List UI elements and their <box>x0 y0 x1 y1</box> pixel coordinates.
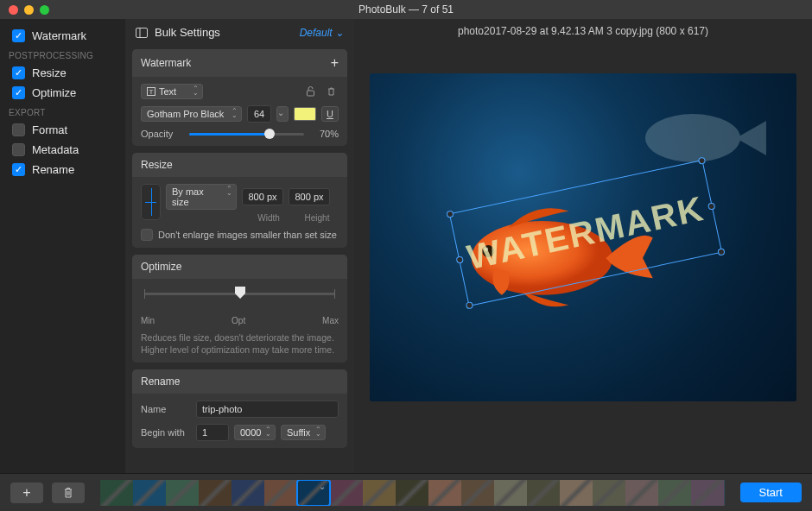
thumbnail[interactable] <box>166 480 199 506</box>
underline-button[interactable]: U <box>321 106 339 122</box>
rename-panel: Rename Name trip-photo Begin with 1 0000… <box>132 369 347 448</box>
checkbox-off-icon[interactable] <box>12 123 25 136</box>
opt-opt-label: Opt <box>232 316 245 325</box>
sidebar-item-label: Optimize <box>32 86 76 99</box>
thumbnail[interactable] <box>494 480 527 506</box>
maximize-window-icon[interactable] <box>40 5 49 15</box>
height-label: Height <box>295 213 339 223</box>
thumbnail[interactable] <box>100 480 133 506</box>
thumbnail[interactable] <box>232 480 264 506</box>
thumbnail[interactable] <box>428 480 461 506</box>
panel-title: Rename <box>141 375 180 388</box>
start-button[interactable]: Start <box>740 483 802 502</box>
resize-width-input[interactable]: 800 px <box>242 188 283 205</box>
sidebar-item-label: Resize <box>32 66 67 79</box>
resize-mode-select[interactable]: By max size <box>166 184 237 210</box>
panels-icon <box>136 28 148 38</box>
sidebar-item-watermark[interactable]: ✓ Watermark <box>0 26 125 46</box>
checkbox-on-icon[interactable]: ✓ <box>12 86 25 99</box>
rename-begin-input[interactable]: 1 <box>196 424 229 441</box>
thumbnail[interactable] <box>133 480 166 506</box>
opt-min-label: Min <box>141 316 155 325</box>
panel-title: Resize <box>141 159 173 171</box>
rename-name-input[interactable]: trip-photo <box>196 401 339 418</box>
color-swatch[interactable] <box>294 107 316 121</box>
thumbnail[interactable] <box>527 480 560 506</box>
sidebar-item-resize[interactable]: ✓ Resize <box>0 63 125 83</box>
resize-height-input[interactable]: 800 px <box>289 188 330 205</box>
sidebar-item-label: Metadata <box>32 143 79 156</box>
rename-digits-select[interactable]: 0000 <box>234 425 276 440</box>
preview-area: photo2017-08-29 at 9.42.13 AM 3 copy.jpg… <box>354 19 812 473</box>
watermark-text: WATERMARK <box>464 189 708 277</box>
dont-enlarge-label: Don't enlarge images smaller than set si… <box>158 230 337 240</box>
settings-header: Bulk Settings <box>155 26 220 39</box>
resize-panel: Resize By max size 800 px 800 px <box>132 153 347 248</box>
checkbox-off-icon[interactable] <box>12 143 25 156</box>
text-type-icon: T <box>147 87 155 96</box>
checkbox-on-icon[interactable]: ✓ <box>12 66 25 79</box>
thumbnail[interactable] <box>461 480 494 506</box>
preset-dropdown[interactable]: Default ⌄ <box>300 27 344 39</box>
close-window-icon[interactable] <box>9 5 18 15</box>
thumbnail[interactable] <box>593 480 625 506</box>
thumbnail[interactable] <box>625 480 658 506</box>
sidebar-item-label: Watermark <box>32 29 86 42</box>
plus-icon: + <box>22 485 30 501</box>
sidebar-category: POSTPROCESSING <box>0 46 125 63</box>
font-size-input[interactable]: 64 <box>247 105 271 123</box>
sidebar-item-rename[interactable]: ✓ Rename <box>0 160 125 180</box>
svg-text:T: T <box>149 88 154 96</box>
watermark-panel: Watermark + T Text <box>132 49 347 146</box>
thumbnail[interactable] <box>658 480 691 506</box>
thumbnail[interactable] <box>691 480 724 506</box>
thumbnail[interactable] <box>363 480 396 506</box>
thumbnail[interactable] <box>724 480 725 506</box>
font-size-stepper[interactable] <box>276 106 289 122</box>
font-select[interactable]: Gotham Pro Black <box>141 106 242 122</box>
thumbnail[interactable] <box>264 480 297 506</box>
preview-filename: photo2017-08-29 at 9.42.13 AM 3 copy.jpg… <box>354 19 812 47</box>
sidebar-item-format[interactable]: Format <box>0 120 125 140</box>
thumbnail[interactable] <box>297 480 330 506</box>
settings-column: Bulk Settings Default ⌄ Watermark + T <box>125 19 354 473</box>
sidebar-item-optimize[interactable]: ✓ Optimize <box>0 83 125 103</box>
checkbox-on-icon[interactable]: ✓ <box>12 163 25 176</box>
thumbnail[interactable] <box>560 480 593 506</box>
sidebar-item-metadata[interactable]: Metadata <box>0 140 125 160</box>
optimize-slider[interactable] <box>141 286 339 310</box>
width-label: Width <box>247 213 290 223</box>
add-watermark-button[interactable]: + <box>331 55 339 71</box>
opacity-slider[interactable] <box>189 133 304 136</box>
chevron-down-icon: ⌄ <box>335 27 344 39</box>
panel-title: Optimize <box>141 261 181 273</box>
sidebar: ✓ Watermark POSTPROCESSING ✓ Resize ✓ Op… <box>0 19 125 473</box>
sidebar-item-label: Rename <box>32 163 74 176</box>
rename-begin-label: Begin with <box>141 427 191 438</box>
thumbnail-strip[interactable] <box>100 480 725 506</box>
sidebar-item-label: Format <box>32 123 67 136</box>
minimize-window-icon[interactable] <box>24 5 34 15</box>
svg-rect-4 <box>307 91 314 96</box>
dont-enlarge-checkbox[interactable] <box>141 229 153 241</box>
thumbnail[interactable] <box>330 480 363 506</box>
preview-canvas[interactable]: WATERMARK <box>370 73 796 401</box>
opt-max-label: Max <box>322 316 339 325</box>
thumbnail[interactable] <box>199 480 232 506</box>
checkbox-on-icon[interactable]: ✓ <box>12 29 25 42</box>
trash-icon[interactable] <box>323 84 339 99</box>
watermark-type-select[interactable]: T Text <box>141 84 203 99</box>
thumbnail[interactable] <box>396 480 428 506</box>
unlock-icon[interactable] <box>302 84 318 99</box>
titlebar: PhotoBulk — 7 of 51 <box>0 0 812 19</box>
add-images-button[interactable]: + <box>10 483 43 503</box>
sidebar-category: EXPORT <box>0 103 125 120</box>
opacity-label: Opacity <box>141 129 182 139</box>
panel-title: Watermark <box>141 57 191 69</box>
window-title: PhotoBulk — 7 of 51 <box>0 3 812 16</box>
svg-rect-0 <box>136 28 148 37</box>
rename-suffix-select[interactable]: Suffix <box>281 425 326 440</box>
resize-diagram-icon <box>141 184 161 220</box>
svg-point-5 <box>645 114 740 162</box>
remove-images-button[interactable] <box>52 483 85 503</box>
